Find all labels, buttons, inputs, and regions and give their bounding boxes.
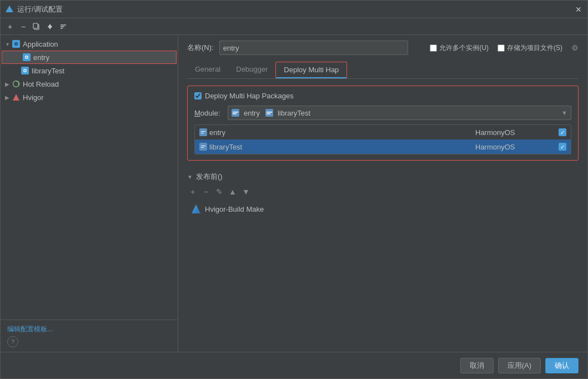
deploy-multi-hap-section: Deploy Multi Hap Packages Module: — [187, 86, 579, 161]
save-as-project-group: 存储为项目文件(S) — [497, 43, 562, 53]
edit-template-link[interactable]: 编辑配置模板... — [7, 325, 53, 333]
tab-debugger[interactable]: Debugger — [228, 62, 275, 78]
name-input[interactable] — [219, 41, 408, 55]
main-content: ▾ Application ▾ — [1, 35, 587, 352]
allow-multiple-checkbox[interactable] — [430, 44, 437, 52]
tab-content: Deploy Multi Hap Packages Module: — [187, 79, 579, 352]
hvigor-build-icon — [192, 205, 200, 213]
save-as-project-label: 存储为项目文件(S) — [507, 43, 562, 53]
entry-icon — [22, 53, 31, 62]
sort-config-button[interactable] — [57, 21, 69, 33]
copy-config-button[interactable] — [31, 21, 43, 33]
remove-config-button[interactable]: − — [17, 21, 29, 33]
svg-marker-18 — [18, 83, 20, 85]
add-config-button[interactable]: + — [4, 21, 16, 33]
module-type-entry: HarmonyOS — [471, 128, 554, 137]
module-check-librarytest[interactable] — [554, 143, 571, 151]
tree-arrow-hotreload: ▶ — [3, 81, 12, 87]
move-down-button[interactable]: ▼ — [240, 186, 252, 197]
move-config-button[interactable] — [44, 21, 56, 33]
apply-button[interactable]: 应用(A) — [498, 358, 541, 373]
tree-item-entry[interactable]: ▾ entry — [2, 51, 177, 64]
section-toolbar: + − ✎ ▲ ▼ — [187, 186, 579, 197]
module-select-dropdown[interactable]: entry libraryTest ▼ — [228, 106, 571, 120]
deploy-packages-checkbox[interactable] — [194, 92, 202, 99]
svg-rect-25 — [267, 113, 270, 114]
tree-arrow-hvigor: ▶ — [3, 94, 12, 101]
section-collapse-arrow: ▼ — [187, 174, 193, 180]
confirm-button[interactable]: 确认 — [545, 358, 579, 373]
librarytest-checkbox[interactable] — [559, 143, 566, 151]
help-button[interactable]: ? — [7, 336, 18, 347]
hotreload-icon — [12, 79, 21, 88]
tree-item-hotreload[interactable]: ▶ Hot Reload — [1, 77, 178, 91]
move-up-button[interactable]: ▲ — [227, 186, 238, 197]
window-title: 运行/调试配置 — [17, 4, 574, 14]
svg-rect-26 — [200, 129, 206, 135]
name-row: 名称(N): 允许多个实例(U) 存储为项目文件(S) ⚙ — [187, 41, 579, 55]
left-panel: ▾ Application ▾ — [1, 35, 178, 352]
tree-arrow-application: ▾ — [3, 41, 12, 47]
window-icon — [5, 5, 14, 14]
tab-general[interactable]: General — [187, 62, 228, 78]
tree-item-hvigor[interactable]: ▶ Hvigor — [1, 91, 178, 104]
svg-rect-23 — [265, 109, 273, 117]
module-row: Module: entry — [194, 106, 571, 120]
module-field-label: Module: — [194, 109, 222, 117]
before-publish-header[interactable]: ▼ 发布前() — [187, 172, 579, 182]
tree-label-librarytest: libraryTest — [32, 67, 64, 75]
module-name-librarytest: libraryTest — [195, 143, 471, 151]
svg-rect-21 — [233, 112, 238, 113]
config-tree: ▾ Application ▾ — [1, 35, 178, 320]
module-table: entry HarmonyOS — [194, 124, 571, 154]
module-type-librarytest: HarmonyOS — [471, 143, 554, 151]
svg-rect-29 — [200, 144, 206, 149]
allow-multiple-label: 允许多个实例(U) — [439, 43, 489, 53]
module-table-row-entry[interactable]: entry HarmonyOS — [195, 125, 571, 139]
module-table-row-librarytest[interactable]: libraryTest HarmonyOS — [195, 139, 571, 154]
bottom-bar: 取消 应用(A) 确认 — [1, 352, 587, 378]
tree-label-entry: entry — [33, 53, 49, 62]
svg-rect-30 — [201, 146, 205, 146]
remove-task-button[interactable]: − — [200, 186, 212, 197]
svg-rect-2 — [33, 23, 38, 28]
main-window: 运行/调试配置 ✕ + − — [0, 0, 588, 379]
tab-deploy-multi-hap[interactable]: Deploy Multi Hap — [275, 62, 347, 78]
build-item-label: Hvigor-Build Make — [205, 205, 264, 213]
application-icon — [12, 39, 21, 48]
entry-checkbox[interactable] — [559, 128, 566, 136]
tree-label-hotreload: Hot Reload — [23, 80, 59, 88]
right-panel: 名称(N): 允许多个实例(U) 存储为项目文件(S) ⚙ General — [178, 35, 587, 352]
svg-rect-24 — [267, 112, 272, 113]
svg-point-10 — [16, 43, 17, 45]
toolbar: + − — [1, 18, 587, 35]
tree-item-application[interactable]: ▾ Application — [1, 37, 178, 51]
module-select-value: entry libraryTest — [232, 109, 310, 117]
svg-marker-0 — [6, 6, 13, 12]
tree-label-hvigor: Hvigor — [23, 93, 44, 102]
options-row: 允许多个实例(U) 存储为项目文件(S) ⚙ — [430, 43, 579, 53]
gear-icon[interactable]: ⚙ — [571, 43, 579, 52]
svg-point-16 — [24, 70, 26, 72]
tree-item-librarytest[interactable]: ▾ libraryTest — [1, 64, 178, 77]
module-name-entry: entry — [195, 128, 471, 137]
left-panel-bottom: 编辑配置模板... ? — [1, 320, 178, 352]
add-task-button[interactable]: + — [187, 186, 198, 197]
entry-module-icon — [199, 128, 207, 136]
librarytest-icon — [21, 66, 29, 75]
allow-multiple-group: 允许多个实例(U) — [430, 43, 489, 53]
build-item-hvigor[interactable]: Hvigor-Build Make — [187, 202, 579, 216]
save-as-project-checkbox[interactable] — [497, 44, 505, 52]
close-button[interactable]: ✕ — [574, 5, 583, 14]
svg-rect-20 — [232, 109, 239, 117]
before-publish-section: ▼ 发布前() + − ✎ ▲ ▼ Hvigor-Build Make — [187, 172, 579, 216]
cancel-button[interactable]: 取消 — [460, 358, 494, 373]
svg-rect-31 — [201, 147, 204, 148]
svg-marker-4 — [48, 26, 52, 29]
edit-task-button[interactable]: ✎ — [214, 186, 225, 197]
tree-label-application: Application — [23, 40, 58, 48]
tabs-row: General Debugger Deploy Multi Hap — [187, 62, 579, 79]
module-check-entry[interactable] — [554, 128, 571, 136]
librarytest-module-icon — [199, 143, 207, 151]
svg-rect-27 — [201, 131, 205, 132]
